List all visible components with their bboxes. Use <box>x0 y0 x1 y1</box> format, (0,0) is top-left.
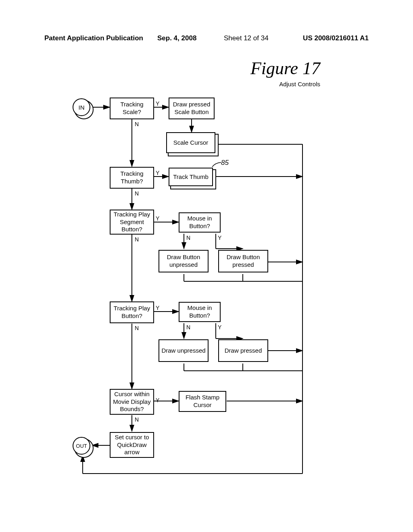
decision-tracking-play: Tracking Play Button? <box>110 301 154 323</box>
label-y: Y <box>156 305 159 311</box>
process-set-cursor-quickdraw: Set cursor to QuickDraw arrow <box>110 432 154 458</box>
label-y: Y <box>218 235 221 241</box>
label-n: N <box>135 416 139 423</box>
decision-cursor-within-bounds: Cursor within Movie Display Bounds? <box>110 389 154 415</box>
decision-tracking-play-segment: Tracking Play Segment Button? <box>110 210 154 235</box>
process-draw-pressed-scale: Draw pressed Scale Button <box>169 98 215 119</box>
label-y: Y <box>156 215 159 222</box>
decision-mouse-in-button-1: Mouse in Button? <box>179 212 221 233</box>
label-y: Y <box>156 100 159 107</box>
process-draw-button-unpressed-1: Draw Button unpressed <box>159 250 209 272</box>
label-n: N <box>135 121 139 127</box>
label-n: N <box>135 236 139 243</box>
decision-mouse-in-button-2: Mouse in Button? <box>179 302 221 322</box>
decision-tracking-thumb: Tracking Thumb? <box>110 167 154 189</box>
process-draw-unpressed-2: Draw unpressed <box>159 339 209 362</box>
page: Patent Application Publication Sep. 4, 2… <box>0 0 413 532</box>
process-draw-button-pressed-1: Draw Button pressed <box>218 250 268 272</box>
sub-track-thumb: Track Thumb <box>169 168 213 186</box>
out-terminator: OUT <box>73 437 90 455</box>
label-n: N <box>186 235 190 241</box>
in-terminator: IN <box>73 98 90 116</box>
sub-scale-cursor: Scale Cursor <box>166 132 215 153</box>
process-flash-stamp-cursor: Flash Stamp Cursor <box>179 391 226 412</box>
label-y: Y <box>218 324 221 330</box>
label-n: N <box>135 325 139 331</box>
decision-tracking-scale: Tracking Scale? <box>110 98 154 119</box>
label-n: N <box>135 190 139 197</box>
process-draw-pressed-2: Draw pressed <box>218 339 268 362</box>
label-y: Y <box>156 397 159 403</box>
label-n: N <box>186 324 190 330</box>
ref-85: 85 <box>221 159 229 167</box>
label-y: Y <box>156 170 159 176</box>
